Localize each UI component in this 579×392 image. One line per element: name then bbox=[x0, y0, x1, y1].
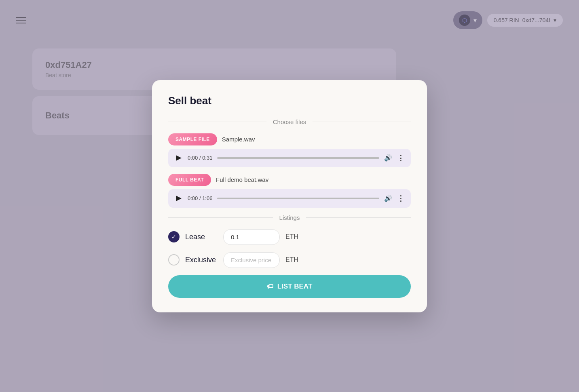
full-beat-volume-icon[interactable]: 🔊 bbox=[384, 194, 392, 202]
sample-volume-icon[interactable]: 🔊 bbox=[384, 154, 392, 162]
sample-progress-bar[interactable] bbox=[217, 157, 379, 159]
sample-file-row: SAMPLE FILE Sample.wav bbox=[168, 133, 411, 145]
full-beat-progress-bar[interactable] bbox=[217, 198, 379, 199]
full-beat-badge[interactable]: FULL BEAT bbox=[168, 174, 211, 186]
full-beat-more-icon[interactable]: ⋮ bbox=[397, 194, 404, 203]
full-beat-audio-player: 0:00 / 1:06 🔊 ⋮ bbox=[168, 189, 411, 208]
lease-checkmark: ✓ bbox=[171, 234, 176, 240]
modal-title: Sell beat bbox=[168, 95, 411, 107]
sample-file-name: Sample.wav bbox=[222, 136, 255, 143]
lease-price-input[interactable] bbox=[223, 229, 280, 245]
sell-beat-modal: Sell beat Choose files SAMPLE FILE Sampl… bbox=[152, 80, 427, 312]
full-beat-play-button[interactable] bbox=[175, 194, 183, 202]
full-beat-row: FULL BEAT Full demo beat.wav bbox=[168, 174, 411, 186]
sample-audio-player: 0:00 / 0:31 🔊 ⋮ bbox=[168, 149, 411, 167]
listings-label: Listings bbox=[279, 214, 300, 221]
modal-overlay: Sell beat Choose files SAMPLE FILE Sampl… bbox=[0, 0, 579, 392]
lease-listing-row: ✓ Lease ETH bbox=[168, 229, 411, 245]
full-beat-time-display: 0:00 / 1:06 bbox=[188, 195, 212, 201]
lease-label: Lease bbox=[185, 233, 218, 241]
exclusive-price-input[interactable] bbox=[223, 252, 280, 268]
sample-file-badge[interactable]: SAMPLE FILE bbox=[168, 133, 217, 145]
sample-more-icon[interactable]: ⋮ bbox=[397, 154, 404, 162]
sample-play-triangle bbox=[176, 155, 182, 161]
choose-files-divider: Choose files bbox=[168, 118, 411, 125]
listings-section: Listings ✓ Lease ETH Exclusive ETH bbox=[168, 214, 411, 268]
sample-time-display: 0:00 / 0:31 bbox=[188, 155, 212, 161]
tag-icon: 🏷 bbox=[267, 283, 273, 290]
lease-currency: ETH bbox=[285, 233, 298, 240]
exclusive-listing-row: Exclusive ETH bbox=[168, 252, 411, 268]
list-beat-label: LIST BEAT bbox=[277, 282, 313, 291]
list-beat-button[interactable]: 🏷 LIST BEAT bbox=[168, 275, 411, 298]
full-beat-play-triangle bbox=[176, 196, 182, 201]
exclusive-currency: ETH bbox=[285, 256, 298, 263]
exclusive-label: Exclusive bbox=[185, 256, 218, 264]
listings-divider-left bbox=[168, 217, 273, 218]
sample-play-button[interactable] bbox=[175, 154, 183, 162]
divider-line-right bbox=[313, 122, 411, 122]
listings-divider: Listings bbox=[168, 214, 411, 221]
full-beat-file-name: Full demo beat.wav bbox=[216, 176, 268, 183]
lease-checkbox[interactable]: ✓ bbox=[168, 231, 180, 242]
divider-line-left bbox=[168, 122, 266, 122]
exclusive-checkbox[interactable] bbox=[168, 254, 180, 266]
listings-divider-right bbox=[306, 217, 411, 218]
choose-files-label: Choose files bbox=[273, 118, 306, 125]
